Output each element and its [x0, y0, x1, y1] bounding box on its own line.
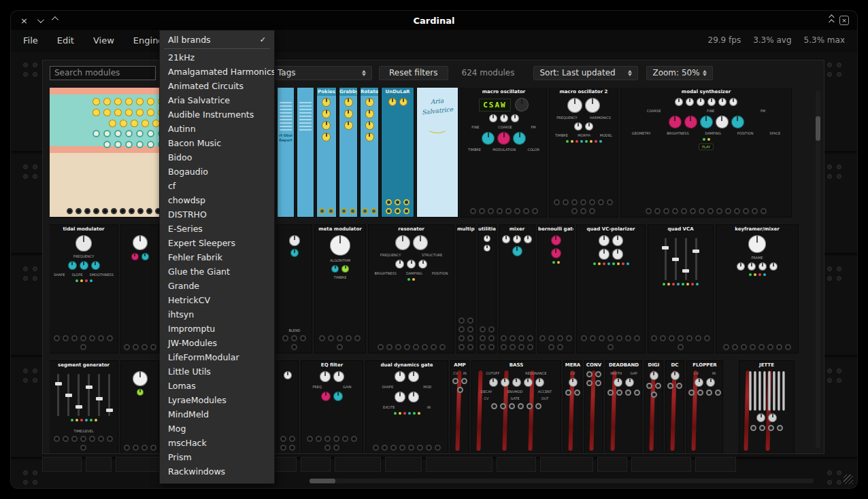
brand-menu-item[interactable]: Amalgamated Harmonics — [160, 65, 274, 79]
module-tile-utilities[interactable]: utilities — [478, 225, 496, 353]
brand-menu-item[interactable]: LyraeModules — [160, 393, 274, 407]
close-box-icon[interactable]: × — [839, 16, 849, 25]
module-tile-rotatoes[interactable]: Rotatoes — [361, 88, 378, 217]
module-tile-mixer[interactable]: mixer — [499, 225, 535, 353]
brand-menu-item[interactable]: Rackwindows — [160, 464, 274, 479]
module-tile-keyframer-mixer[interactable]: keyframer/mixerFRAME — [716, 225, 798, 353]
module-tile-tidal-modulator[interactable]: tidal modulatorFREQUENCYSHAPESLOPESMOOTH… — [50, 225, 118, 353]
zoom-select[interactable]: Zoom: 50% — [646, 66, 713, 80]
module-tile-quad-vc-polarizer[interactable]: quad VC-polarizer — [577, 225, 645, 353]
module-tile-grabby[interactable]: Grabby — [339, 88, 357, 217]
module-name: macro oscillator — [461, 88, 546, 96]
brand-menu-item[interactable]: Animated Circuits — [160, 79, 274, 93]
brand-menu-item[interactable]: chowdsp — [160, 193, 274, 207]
module-tile-multiples[interactable]: multiples — [457, 225, 475, 353]
brand-menu-item[interactable]: DISTRHO — [160, 207, 274, 222]
vertical-scrollbar[interactable] — [816, 90, 820, 448]
brand-menu-item[interactable]: Glue the Giant — [160, 264, 274, 279]
module-tile-quad-vca[interactable]: quad VCA — [648, 225, 713, 353]
module-tile[interactable] — [121, 361, 158, 453]
brand-menu-item[interactable]: Mog — [160, 421, 274, 436]
jack-icon — [488, 335, 495, 341]
brand-menu-item[interactable]: ihtsyn — [160, 307, 274, 322]
brand-menu-item[interactable]: Expert Sleepers — [160, 236, 274, 250]
module-tile-flopper[interactable]: FLOPPERCVIN — [687, 361, 722, 453]
jack-icon — [395, 208, 401, 214]
module-name — [278, 88, 294, 96]
horizontal-scrollbar[interactable] — [310, 479, 814, 483]
module-tile-segment-generator[interactable]: segment generatorTIME/LEVEL — [50, 361, 118, 453]
menubar-item-view[interactable]: View — [93, 35, 114, 46]
search-input[interactable] — [50, 66, 156, 80]
module-tile-mera[interactable]: MERACV — [564, 361, 582, 453]
module-tile-eq-filter[interactable]: EQ filterFREQGAIN — [301, 361, 363, 453]
chevron-down-icon[interactable] — [37, 16, 44, 23]
reset-filters-button[interactable]: Reset filters — [379, 66, 448, 80]
knob-pointer — [493, 379, 494, 382]
module-tile-dc[interactable]: DC — [666, 361, 684, 453]
brand-menu-item[interactable]: MindMeld — [160, 407, 274, 421]
brand-menu-item[interactable]: All brands✓ — [160, 33, 274, 47]
module-tile-dual-dynamics-gate[interactable]: dual dynamics gateSHAPEMODEXCITEIN — [366, 361, 448, 453]
tags-filter-select[interactable]: Tags — [271, 66, 372, 80]
brand-menu-item[interactable]: Bacon Music — [160, 136, 274, 150]
brand-menu-item[interactable]: Impromptu — [160, 322, 274, 336]
brand-menu-item[interactable]: LifeFormModular — [160, 350, 274, 364]
module-tile[interactable] — [121, 225, 158, 353]
brand-menu-item[interactable]: Bogaudio — [160, 165, 274, 179]
module-tile-macro-oscillator-2[interactable]: macro oscillator 2FREQUENCYHARMONICSTIMB… — [550, 88, 618, 217]
brand-menu-item[interactable]: JW-Modules — [160, 336, 274, 350]
brand-menu-item[interactable]: Grande — [160, 279, 274, 293]
module-tile[interactable]: AriaSalvatrice — [417, 88, 458, 217]
brand-menu-item[interactable]: 21kHz — [160, 50, 274, 65]
chevron-up-icon[interactable] — [52, 16, 59, 23]
brand-menu-item[interactable]: Fehler Fabrik — [160, 250, 274, 264]
brand-menu-item[interactable]: E-Series — [160, 222, 274, 236]
module-tile-modal-synthesizer[interactable]: modal synthesizerCOARSEFINEFMGEOMETRYBRI… — [621, 88, 791, 217]
module-tile-digi[interactable]: DIGI — [645, 361, 663, 453]
menubar-item-edit[interactable]: Edit — [57, 35, 74, 46]
brand-menu-item[interactable]: Autinn — [160, 122, 274, 136]
module-tile[interactable] — [297, 88, 314, 217]
module-tile-deadband[interactable]: DEADBANDWIDTHGAP — [606, 361, 641, 453]
led-row — [593, 262, 629, 265]
module-tile-bass[interactable]: BASSCUTOFFRESONANCEDECAYENVMODACCENTCVGA… — [472, 361, 561, 453]
close-window-icon[interactable]: × — [20, 16, 28, 25]
module-tile-resonator[interactable]: resonatorFREQUENCYSTRUCTUREBRIGHTNESSDAM… — [369, 225, 454, 353]
resize-grip[interactable] — [844, 475, 853, 484]
module-body — [645, 370, 663, 453]
keep-above-icon[interactable] — [829, 16, 833, 25]
module-tile-pokies[interactable]: Pokies — [317, 88, 336, 217]
tube-graphic — [773, 371, 775, 411]
brand-menu-item[interactable]: Audible Instruments — [160, 107, 274, 122]
module-tile-macro-oscillator[interactable]: macro oscillatorCSAWFINECOARSEFMTIMBREMO… — [461, 88, 546, 217]
jack-icon — [337, 335, 343, 341]
brand-menu-item[interactable]: Aria Salvatrice — [160, 93, 274, 107]
module-tile[interactable]: BLEND — [278, 225, 312, 353]
brand-menu-item[interactable]: mscHack — [160, 436, 274, 450]
module-name: AMP — [451, 361, 469, 369]
module-tile[interactable]: rt ObolDepart — [278, 88, 294, 217]
module-tile-meta-modulator[interactable]: meta modulatorALGORITHMTIMBRE — [315, 225, 365, 353]
module-count: 624 modules — [462, 68, 515, 78]
module-tile-conv[interactable]: CONV — [585, 361, 603, 453]
vertical-scrollbar-thumb[interactable] — [816, 116, 820, 141]
module-tile-bernoulli-gate[interactable]: bernoulli gate — [538, 225, 573, 353]
module-tile-undular[interactable]: UnDuLaR — [382, 88, 414, 217]
brand-menu-item[interactable]: HetrickCV — [160, 293, 274, 307]
brand-menu-item[interactable]: Prism — [160, 450, 274, 464]
horizontal-scrollbar-thumb[interactable] — [310, 479, 335, 483]
brand-menu-item[interactable]: cf — [160, 179, 274, 193]
brand-menu-item[interactable]: Bidoo — [160, 150, 274, 165]
brand-menu-item[interactable]: Little Utils — [160, 364, 274, 379]
jack-icon — [133, 445, 139, 451]
module-tile[interactable] — [278, 361, 298, 453]
sort-select[interactable]: Sort: Last updated — [533, 66, 638, 80]
module-tile-amp[interactable]: AMPCVIN — [451, 361, 469, 453]
module-tile-jette[interactable]: JETTE — [739, 361, 794, 453]
jack-icon — [333, 436, 339, 442]
brand-menu-item[interactable]: Lomas — [160, 379, 274, 393]
panel-button[interactable]: PLAY — [699, 143, 714, 150]
encoder-knob-icon — [515, 98, 529, 111]
menubar-item-file[interactable]: File — [23, 35, 38, 46]
